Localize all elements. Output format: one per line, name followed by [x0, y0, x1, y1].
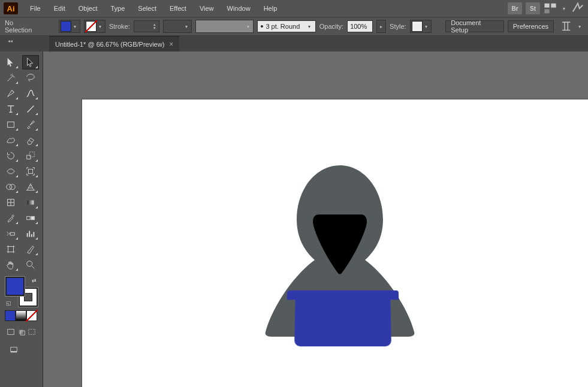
draw-inside-icon[interactable]: [27, 326, 37, 338]
width-tool[interactable]: [2, 164, 19, 179]
close-icon[interactable]: ×: [169, 40, 173, 49]
svg-rect-5: [29, 152, 34, 157]
control-bar: No Selection ▾ ▾ Stroke: ▲▼ ▾ ▾ • 3 pt. …: [0, 17, 588, 36]
stock-button[interactable]: St: [526, 2, 540, 14]
shaper-tool[interactable]: [2, 133, 19, 147]
canvas-area[interactable]: [43, 52, 588, 387]
solid-color-icon[interactable]: [5, 310, 16, 321]
swap-fill-stroke-icon[interactable]: ⇄: [31, 277, 38, 284]
svg-rect-6: [28, 169, 32, 173]
eyedropper-tool[interactable]: [2, 211, 19, 225]
panel-collapse-icon[interactable]: ◂◂: [7, 36, 13, 52]
menu-edit[interactable]: Edit: [48, 2, 71, 14]
graphic-style-dropdown[interactable]: ▾: [410, 20, 432, 33]
bridge-button[interactable]: Br: [508, 2, 522, 14]
menu-view[interactable]: View: [194, 2, 220, 14]
align-to-icon[interactable]: [560, 20, 572, 32]
svg-rect-0: [544, 4, 549, 8]
slice-tool[interactable]: [22, 242, 39, 256]
opacity-field[interactable]: 100%: [347, 20, 373, 32]
menu-effect[interactable]: Effect: [164, 2, 192, 14]
artwork-laptop-shape[interactable]: [294, 291, 391, 346]
free-transform-tool[interactable]: [22, 164, 39, 179]
paintbrush-tool[interactable]: [22, 117, 39, 132]
gpu-preview-icon[interactable]: [571, 2, 584, 14]
draw-normal-icon[interactable]: [6, 326, 16, 338]
svg-rect-17: [19, 330, 23, 334]
menu-right-group: Br St ▾: [508, 2, 584, 14]
chevron-down-icon[interactable]: ▾: [576, 24, 583, 29]
fill-swatch-dropdown[interactable]: ▾: [59, 20, 80, 33]
preferences-button[interactable]: Preferences: [508, 20, 554, 32]
artboard[interactable]: [82, 99, 588, 387]
color-mode-row: [5, 310, 38, 321]
opacity-dropdown[interactable]: ▸: [376, 20, 386, 33]
document-tab[interactable]: Untitled-1* @ 66.67% (RGB/Preview) ×: [49, 36, 179, 52]
stroke-swatch: [86, 21, 97, 32]
stroke-label: Stroke:: [109, 23, 130, 30]
symbol-sprayer-tool[interactable]: [2, 226, 19, 241]
style-swatch: [412, 21, 423, 32]
line-segment-tool[interactable]: [22, 102, 39, 116]
opacity-value: 100%: [350, 23, 367, 30]
style-label: Style:: [390, 23, 406, 30]
artwork-face-shape[interactable]: [313, 214, 367, 274]
menu-file[interactable]: File: [24, 2, 47, 14]
toolbox-panel: ⇄ ◱: [0, 52, 43, 387]
lasso-tool[interactable]: [22, 71, 39, 85]
type-tool[interactable]: [2, 102, 19, 116]
menu-help[interactable]: Help: [258, 2, 284, 14]
stroke-swatch-dropdown[interactable]: ▾: [84, 20, 105, 33]
svg-rect-12: [31, 216, 34, 219]
rectangle-tool[interactable]: [2, 117, 19, 132]
gradient-tool[interactable]: [22, 195, 39, 210]
column-graph-tool[interactable]: [22, 226, 39, 241]
scale-tool[interactable]: [22, 149, 39, 163]
perspective-grid-tool[interactable]: [22, 180, 39, 194]
fill-swatch: [61, 21, 71, 32]
shape-builder-tool[interactable]: [2, 180, 19, 194]
curvature-tool[interactable]: [22, 86, 39, 101]
fill-color-box[interactable]: [5, 277, 25, 296]
eraser-tool[interactable]: [22, 133, 39, 147]
direct-selection-tool[interactable]: [22, 55, 39, 69]
arrange-documents-caret-icon[interactable]: ▾: [560, 6, 568, 11]
rotate-tool[interactable]: [2, 149, 19, 163]
svg-rect-10: [27, 200, 34, 204]
artboard-tool[interactable]: [2, 242, 19, 256]
svg-point-8: [10, 185, 15, 190]
default-fill-stroke-icon[interactable]: ◱: [5, 300, 13, 307]
svg-rect-21: [11, 352, 17, 353]
opacity-label: Opacity:: [319, 23, 343, 30]
draw-behind-icon[interactable]: [17, 326, 26, 338]
brush-definition-dropdown[interactable]: ▾: [195, 20, 254, 33]
svg-rect-14: [8, 247, 14, 252]
menu-select[interactable]: Select: [132, 2, 162, 14]
zoom-tool[interactable]: [22, 258, 39, 272]
document-setup-button[interactable]: Document Setup: [445, 20, 503, 32]
menu-object[interactable]: Object: [73, 2, 104, 14]
stroke-weight-stepper[interactable]: ▲▼: [134, 20, 159, 32]
document-tab-title: Untitled-1* @ 66.67% (RGB/Preview): [55, 41, 164, 48]
screen-mode-icon[interactable]: [6, 344, 22, 356]
stroke-weight-dropdown[interactable]: ▾: [163, 20, 192, 33]
magic-wand-tool[interactable]: [2, 71, 19, 85]
blend-tool[interactable]: [22, 211, 39, 225]
selection-tool[interactable]: [2, 55, 19, 69]
svg-rect-11: [26, 216, 29, 219]
chevron-down-icon: ▾: [306, 24, 313, 29]
selection-status-label: No Selection: [5, 19, 41, 34]
menu-window[interactable]: Window: [221, 2, 257, 14]
arrange-documents-icon[interactable]: [544, 2, 557, 14]
menu-type[interactable]: Type: [105, 2, 131, 14]
gradient-color-icon[interactable]: [16, 310, 26, 321]
svg-rect-13: [10, 232, 14, 235]
mesh-tool[interactable]: [2, 195, 19, 210]
chevron-down-icon: ▾: [245, 24, 252, 29]
none-color-icon[interactable]: [26, 310, 37, 321]
hand-tool[interactable]: [2, 258, 19, 272]
fill-stroke-control[interactable]: ⇄ ◱: [5, 277, 38, 307]
pen-tool[interactable]: [2, 86, 19, 101]
variable-width-profile-dropdown[interactable]: • 3 pt. Round ▾: [257, 20, 315, 32]
drawing-mode-row: [6, 326, 37, 338]
